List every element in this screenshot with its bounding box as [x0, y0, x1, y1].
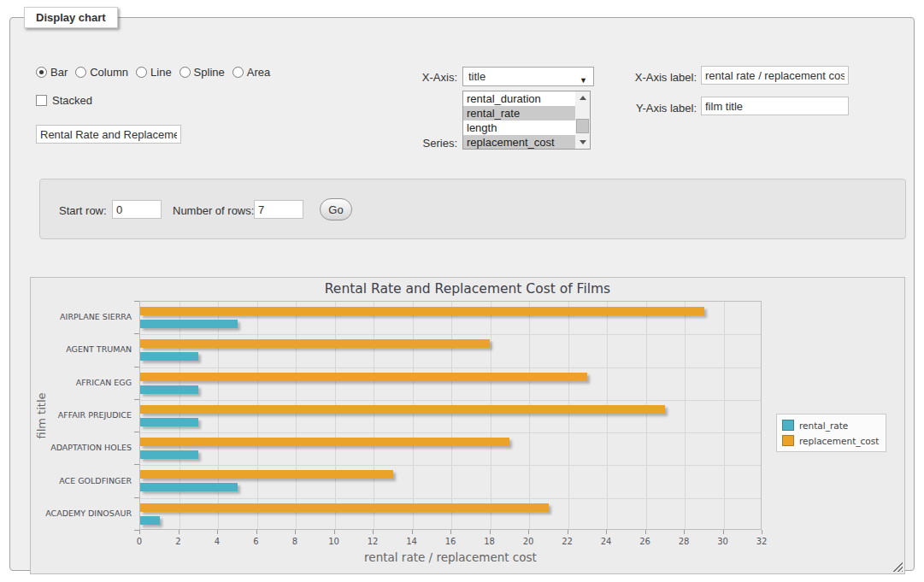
x-axis-select[interactable]: title ▼ — [462, 67, 594, 86]
go-button[interactable]: Go — [320, 198, 352, 220]
bar-rental_rate[interactable] — [140, 320, 238, 328]
bar-replacement_cost[interactable] — [140, 470, 393, 479]
bar-replacement_cost[interactable] — [140, 438, 509, 446]
x-axis-tick-label: 12 — [360, 537, 385, 546]
series-option-replacement_cost[interactable]: replacement_cost — [463, 135, 576, 150]
chart-legend: rental_ratereplacement_cost — [776, 414, 886, 452]
gridline-vertical — [180, 302, 180, 529]
gridline-vertical — [685, 302, 686, 529]
radio-icon[interactable] — [180, 67, 191, 78]
radio-label: Area — [247, 66, 270, 79]
radio-icon[interactable] — [136, 67, 147, 78]
legend-swatch — [782, 435, 794, 446]
number-of-rows-input[interactable] — [254, 200, 303, 219]
legend-item: rental_rate — [782, 420, 879, 431]
category-label: AIRPLANE SIERRA — [31, 312, 132, 321]
bar-rental_rate[interactable] — [140, 418, 198, 426]
display-chart-fieldset: BarColumnLineSplineArea Stacked X-Axis: … — [9, 17, 915, 571]
radio-dot — [39, 70, 44, 74]
stacked-label: Stacked — [52, 94, 92, 107]
x-axis-tick-label: 20 — [515, 537, 541, 546]
resize-handle-icon[interactable] — [892, 561, 903, 572]
x-axis-label-input[interactable] — [701, 66, 849, 85]
chart-type-option-spline[interactable]: Spline — [180, 66, 225, 79]
y-axis-tick — [134, 367, 139, 367]
chart-type-option-area[interactable]: Area — [232, 66, 270, 79]
y-axis-tick — [134, 497, 139, 498]
radio-label: Line — [150, 66, 172, 79]
x-axis-title: rental rate / replacement cost — [139, 550, 762, 564]
gridline-vertical — [413, 302, 414, 529]
series-option-length[interactable]: length — [463, 121, 576, 135]
bar-replacement_cost[interactable] — [140, 373, 587, 381]
chart-container: Rental Rate and Replacement Cost of Film… — [30, 277, 905, 574]
x-axis-tick-label: 14 — [399, 537, 425, 546]
x-axis-tick-label: 16 — [438, 537, 463, 546]
gridline-horizontal — [140, 334, 761, 335]
x-axis-selected-value: title — [468, 70, 486, 83]
scrollbar-thumb[interactable] — [576, 119, 589, 133]
series-option-rental_rate[interactable]: rental_rate — [463, 106, 576, 121]
chart-type-option-bar[interactable]: Bar — [36, 66, 68, 79]
x-axis-tick — [490, 530, 491, 534]
x-axis-tick — [412, 530, 413, 534]
radio-icon[interactable] — [36, 67, 47, 78]
chart-title: Rental Rate and Replacement Cost of Film… — [31, 281, 904, 297]
bar-rental_rate[interactable] — [140, 352, 198, 361]
gridline-horizontal — [140, 498, 761, 499]
x-axis-tick-label: 22 — [555, 537, 580, 546]
y-axis-tick — [134, 432, 139, 432]
y-axis-tick — [134, 530, 139, 531]
category-label: ACE GOLDFINGER — [31, 476, 132, 485]
chart-type-option-column[interactable]: Column — [75, 66, 128, 79]
x-axis-tick — [723, 530, 724, 534]
scrollbar-up-icon[interactable] — [575, 91, 590, 104]
gridline-horizontal — [140, 432, 761, 433]
row-range-panel — [39, 179, 906, 239]
bar-rental_rate[interactable] — [140, 385, 198, 394]
y-axis-label-input[interactable] — [701, 97, 849, 115]
stacked-checkbox[interactable] — [36, 95, 47, 106]
bar-replacement_cost[interactable] — [140, 405, 665, 414]
plot-area — [139, 301, 762, 530]
x-axis-tick — [684, 530, 685, 534]
x-axis-tick-label: 10 — [321, 537, 347, 546]
x-axis-tick — [217, 530, 218, 534]
x-axis-tick — [568, 530, 568, 534]
chart-title-input[interactable] — [36, 125, 181, 144]
start-row-input[interactable] — [112, 200, 162, 219]
series-multiselect[interactable]: rental_durationrental_ratelengthreplacem… — [462, 91, 591, 150]
y-axis-tick — [134, 333, 139, 334]
category-label: ACADEMY DINOSAUR — [31, 509, 132, 518]
x-axis-tick — [762, 530, 762, 534]
display-chart-page: BarColumnLineSplineArea Stacked X-Axis: … — [0, 0, 924, 582]
bar-rental_rate[interactable] — [140, 483, 238, 491]
scrollbar-down-icon[interactable] — [575, 136, 590, 149]
x-axis-tick — [256, 530, 257, 534]
scrollbar[interactable] — [575, 91, 590, 149]
gridline-vertical — [218, 302, 219, 529]
bar-replacement_cost[interactable] — [140, 307, 704, 315]
radio-label: Spline — [194, 66, 225, 79]
gridline-vertical — [568, 302, 569, 529]
bar-replacement_cost[interactable] — [140, 339, 490, 348]
chart-type-option-line[interactable]: Line — [136, 66, 172, 79]
legend-label: replacement_cost — [799, 436, 879, 446]
x-axis-tick-label: 28 — [671, 537, 697, 546]
x-axis-tick — [450, 530, 451, 534]
radio-dot — [139, 70, 144, 74]
radio-icon[interactable] — [232, 67, 244, 78]
bar-replacement_cost[interactable] — [140, 503, 549, 512]
bar-rental_rate[interactable] — [140, 450, 198, 459]
gridline-vertical — [374, 302, 374, 529]
radio-icon[interactable] — [75, 67, 86, 78]
radio-dot — [79, 70, 83, 74]
radio-dot — [183, 70, 187, 74]
bar-rental_rate[interactable] — [140, 516, 160, 525]
stacked-option: Stacked — [36, 94, 92, 107]
gridline-vertical — [646, 302, 647, 529]
series-option-rental_duration[interactable]: rental_duration — [463, 91, 576, 106]
x-axis-tick-label: 18 — [477, 537, 503, 546]
gridline-vertical — [335, 302, 336, 529]
gridline-vertical — [607, 302, 608, 529]
